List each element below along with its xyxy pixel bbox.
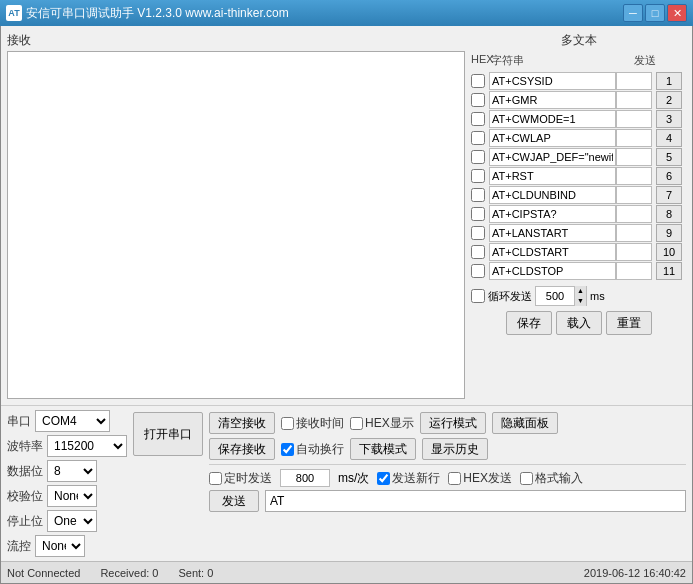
cmd-char-7[interactable] <box>616 186 652 204</box>
cmd-hex-checkbox-10[interactable] <box>471 245 485 259</box>
loop-send-checkbox[interactable] <box>471 289 485 303</box>
cmd-char-5[interactable] <box>616 148 652 166</box>
cmd-input-6[interactable] <box>489 167 616 185</box>
cmd-row: 2 <box>471 91 686 109</box>
hex-send-label: HEX发送 <box>463 470 512 487</box>
hex-display-checkbox-label[interactable]: HEX显示 <box>350 415 414 432</box>
load-button[interactable]: 载入 <box>556 311 602 335</box>
baud-select[interactable]: 115200 <box>47 435 127 457</box>
auto-exec-checkbox-label[interactable]: 自动换行 <box>281 441 344 458</box>
cmd-rows-container: 1 2 3 4 5 6 7 8 9 <box>471 72 686 281</box>
cmd-input-10[interactable] <box>489 243 616 261</box>
multitext-title: 多文本 <box>471 32 686 49</box>
flowctrl-select[interactable]: None <box>35 535 85 557</box>
cmd-hex-checkbox-9[interactable] <box>471 226 485 240</box>
hex-col-header: HEX <box>471 53 489 68</box>
hex-display-checkbox[interactable] <box>350 417 363 430</box>
parity-row: 校验位 None <box>7 485 127 507</box>
cmd-send-btn-11[interactable]: 11 <box>656 262 682 280</box>
cmd-char-6[interactable] <box>616 167 652 185</box>
cmd-char-4[interactable] <box>616 129 652 147</box>
cmd-input-9[interactable] <box>489 224 616 242</box>
receive-textarea[interactable] <box>7 51 465 399</box>
cmd-input-2[interactable] <box>489 91 616 109</box>
parity-select[interactable]: None <box>47 485 97 507</box>
format-input-checkbox[interactable] <box>520 472 533 485</box>
timed-value-input[interactable] <box>280 469 330 487</box>
cmd-hex-checkbox-5[interactable] <box>471 150 485 164</box>
format-input-checkbox-label[interactable]: 格式输入 <box>520 470 583 487</box>
cmd-input-5[interactable] <box>489 148 616 166</box>
spinner-buttons: ▲ ▼ <box>574 286 586 306</box>
spinner-down-btn[interactable]: ▼ <box>574 296 586 306</box>
cmd-input-11[interactable] <box>489 262 616 280</box>
close-button[interactable]: ✕ <box>667 4 687 22</box>
databits-select[interactable]: 8 <box>47 460 97 482</box>
cmd-send-btn-1[interactable]: 1 <box>656 72 682 90</box>
cmd-char-2[interactable] <box>616 91 652 109</box>
cmd-send-btn-7[interactable]: 7 <box>656 186 682 204</box>
cmd-input-3[interactable] <box>489 110 616 128</box>
cmd-char-11[interactable] <box>616 262 652 280</box>
auto-exec-checkbox[interactable] <box>281 443 294 456</box>
cmd-hex-checkbox-6[interactable] <box>471 169 485 183</box>
open-port-button[interactable]: 打开串口 <box>133 412 203 456</box>
download-mode-button[interactable]: 下载模式 <box>350 438 416 460</box>
cmd-char-1[interactable] <box>616 72 652 90</box>
cmd-hex-checkbox-1[interactable] <box>471 74 485 88</box>
cmd-send-btn-3[interactable]: 3 <box>656 110 682 128</box>
parity-label: 校验位 <box>7 488 43 505</box>
recv-time-checkbox-label[interactable]: 接收时间 <box>281 415 344 432</box>
send-input[interactable] <box>265 490 686 512</box>
cmd-send-btn-8[interactable]: 8 <box>656 205 682 223</box>
newline-checkbox[interactable] <box>377 472 390 485</box>
cmd-row: 1 <box>471 72 686 90</box>
port-label: 串口 <box>7 413 31 430</box>
run-mode-button[interactable]: 运行模式 <box>420 412 486 434</box>
save-button[interactable]: 保存 <box>506 311 552 335</box>
action-row2: 保存接收 自动换行 下载模式 显示历史 <box>209 438 686 460</box>
port-row: 串口 COM4 <box>7 410 127 432</box>
save-recv-button[interactable]: 保存接收 <box>209 438 275 460</box>
cmd-input-8[interactable] <box>489 205 616 223</box>
cmd-char-8[interactable] <box>616 205 652 223</box>
hex-send-checkbox[interactable] <box>448 472 461 485</box>
cmd-input-1[interactable] <box>489 72 616 90</box>
cmd-char-10[interactable] <box>616 243 652 261</box>
cmd-send-btn-2[interactable]: 2 <box>656 91 682 109</box>
reset-button[interactable]: 重置 <box>606 311 652 335</box>
receive-panel: 接收 <box>7 32 465 399</box>
hex-send-checkbox-label[interactable]: HEX发送 <box>448 470 512 487</box>
loop-value-spinner[interactable]: ▲ ▼ <box>535 286 587 306</box>
minimize-button[interactable]: ─ <box>623 4 643 22</box>
show-history-button[interactable]: 显示历史 <box>422 438 488 460</box>
loop-value-input[interactable] <box>536 287 574 305</box>
cmd-send-btn-4[interactable]: 4 <box>656 129 682 147</box>
newline-checkbox-label[interactable]: 发送新行 <box>377 470 440 487</box>
cmd-send-btn-6[interactable]: 6 <box>656 167 682 185</box>
cmd-hex-checkbox-11[interactable] <box>471 264 485 278</box>
cmd-hex-checkbox-4[interactable] <box>471 131 485 145</box>
cmd-char-3[interactable] <box>616 110 652 128</box>
cmd-hex-checkbox-7[interactable] <box>471 188 485 202</box>
timed-send-checkbox[interactable] <box>209 472 222 485</box>
cmd-row: 3 <box>471 110 686 128</box>
cmd-send-btn-5[interactable]: 5 <box>656 148 682 166</box>
cmd-send-btn-9[interactable]: 9 <box>656 224 682 242</box>
timed-send-checkbox-label[interactable]: 定时发送 <box>209 470 272 487</box>
cmd-input-7[interactable] <box>489 186 616 204</box>
maximize-button[interactable]: □ <box>645 4 665 22</box>
cmd-hex-checkbox-2[interactable] <box>471 93 485 107</box>
cmd-char-9[interactable] <box>616 224 652 242</box>
send-button[interactable]: 发送 <box>209 490 259 512</box>
stopbits-select[interactable]: One <box>47 510 97 532</box>
hide-panel-button[interactable]: 隐藏面板 <box>492 412 558 434</box>
spinner-up-btn[interactable]: ▲ <box>574 286 586 296</box>
recv-time-checkbox[interactable] <box>281 417 294 430</box>
cmd-hex-checkbox-8[interactable] <box>471 207 485 221</box>
cmd-hex-checkbox-3[interactable] <box>471 112 485 126</box>
cmd-input-4[interactable] <box>489 129 616 147</box>
cmd-send-btn-10[interactable]: 10 <box>656 243 682 261</box>
clear-recv-button[interactable]: 清空接收 <box>209 412 275 434</box>
port-select[interactable]: COM4 <box>35 410 110 432</box>
